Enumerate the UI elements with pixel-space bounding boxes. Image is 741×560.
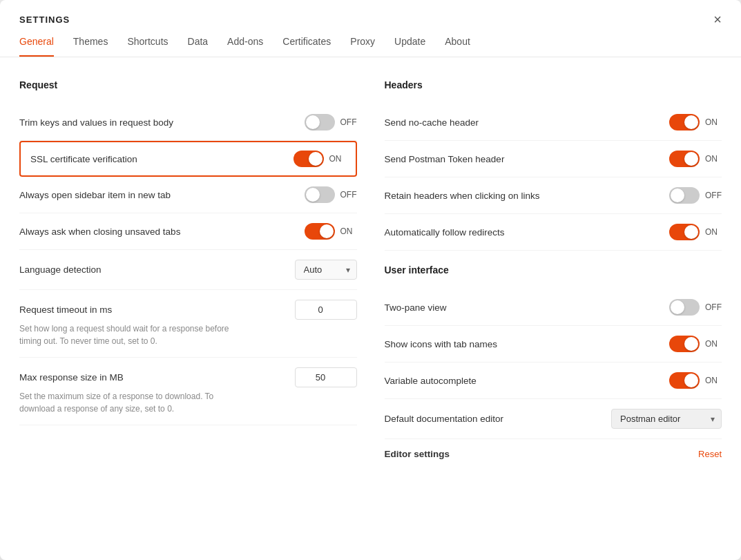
left-column: Request Trim keys and values in request … [19,79,357,541]
tabs-bar: General Themes Shortcuts Data Add-ons Ce… [19,36,722,57]
no-cache-label: Send no-cache header [385,117,479,128]
tab-update[interactable]: Update [394,36,425,57]
setting-timeout: Request timeout in ms Set how long a req… [19,290,357,358]
two-pane-control: OFF [669,299,722,316]
tab-proxy[interactable]: Proxy [350,36,375,57]
ssl-label: SSL certificate verification [30,154,137,164]
tab-about[interactable]: About [445,36,470,57]
postman-token-toggle[interactable] [669,151,700,167]
follow-redirects-label: Automatically follow redirects [385,227,505,238]
settings-modal: SETTINGS × General Themes Shortcuts Data… [0,0,741,560]
setting-ssl: SSL certificate verification ON [19,141,357,177]
follow-redirects-state: ON [705,227,722,237]
autocomplete-state: ON [705,376,722,385]
postman-token-state: ON [705,154,722,164]
show-icons-state: ON [705,339,722,349]
max-response-label: Max response size in MB [19,372,124,383]
setting-follow-redirects: Automatically follow redirects ON [385,214,722,251]
editor-settings-reset[interactable]: Reset [698,449,722,459]
modal-header: SETTINGS × General Themes Shortcuts Data… [0,0,741,57]
trim-keys-toggle[interactable] [305,114,335,131]
setting-trim-keys: Trim keys and values in request body OFF [19,104,357,141]
max-response-desc: Set the maximum size of a response to do… [19,390,240,415]
two-pane-state: OFF [705,302,722,312]
tab-shortcuts[interactable]: Shortcuts [127,36,168,57]
unsaved-tabs-state: ON [340,226,357,236]
two-pane-toggle[interactable] [669,299,700,316]
follow-redirects-control: ON [669,224,722,240]
ssl-toggle[interactable] [293,151,324,167]
setting-editor-settings: Editor settings Reset [385,439,722,469]
unsaved-tabs-toggle[interactable] [305,223,335,240]
setting-postman-token: Send Postman Token header ON [385,141,722,177]
right-column: Headers Send no-cache header ON Send Pos… [385,79,722,541]
unsaved-tabs-label: Always ask when closing unsaved tabs [19,226,180,237]
setting-autocomplete: Variable autocomplete ON [385,363,722,399]
doc-editor-select[interactable]: Postman editor Markdown editor [611,409,722,429]
language-select[interactable]: Auto English [295,260,357,280]
sidebar-new-tab-state: OFF [340,190,357,200]
tab-general[interactable]: General [19,36,54,57]
two-pane-label: Two-pane view [385,302,447,313]
timeout-header: Request timeout in ms [19,300,357,320]
setting-retain-headers: Retain headers when clicking on links OF… [385,177,722,214]
show-icons-toggle[interactable] [669,336,700,352]
show-icons-label: Show icons with tab names [385,339,498,349]
timeout-label: Request timeout in ms [19,305,112,315]
timeout-input[interactable] [295,300,357,320]
setting-max-response: Max response size in MB Set the maximum … [19,358,357,425]
setting-language: Language detection Auto English [19,250,357,290]
no-cache-state: ON [705,117,722,127]
setting-sidebar-new-tab: Always open sidebar item in new tab OFF [19,177,357,213]
trim-keys-control: OFF [305,114,357,131]
request-section-title: Request [19,79,357,90]
postman-token-label: Send Postman Token header [385,154,505,164]
unsaved-tabs-control: ON [305,223,357,240]
retain-headers-state: OFF [705,191,722,200]
sidebar-new-tab-label: Always open sidebar item in new tab [19,190,171,200]
modal-title: SETTINGS [19,15,70,35]
setting-two-pane: Two-pane view OFF [385,289,722,326]
max-response-header: Max response size in MB [19,367,357,387]
show-icons-control: ON [669,336,722,352]
autocomplete-toggle[interactable] [669,372,700,389]
doc-editor-select-wrapper: Postman editor Markdown editor [611,409,722,429]
max-response-input[interactable] [295,367,357,387]
tab-data[interactable]: Data [188,36,209,57]
headers-section-title: Headers [385,79,722,90]
trim-keys-state: OFF [340,117,357,127]
no-cache-toggle[interactable] [669,114,700,131]
close-button[interactable]: × [713,12,722,36]
language-label: Language detection [19,264,102,275]
postman-token-control: ON [669,151,722,167]
doc-editor-label: Default documentation editor [385,414,504,424]
tab-addons[interactable]: Add-ons [227,36,263,57]
setting-show-icons: Show icons with tab names ON [385,326,722,363]
setting-no-cache: Send no-cache header ON [385,104,722,141]
trim-keys-label: Trim keys and values in request body [19,117,173,128]
editor-settings-label: Editor settings [385,449,450,459]
ssl-state: ON [329,154,346,164]
ssl-control: ON [293,151,346,167]
sidebar-new-tab-control: OFF [305,186,357,203]
language-select-wrapper: Auto English [295,260,357,280]
modal-body: Request Trim keys and values in request … [0,57,741,560]
no-cache-control: ON [669,114,722,131]
sidebar-new-tab-toggle[interactable] [305,186,335,203]
ui-section-title: User interface [385,264,722,276]
follow-redirects-toggle[interactable] [669,224,700,240]
autocomplete-control: ON [669,372,722,389]
tab-certificates[interactable]: Certificates [282,36,331,57]
tab-themes[interactable]: Themes [73,36,108,57]
setting-unsaved-tabs: Always ask when closing unsaved tabs ON [19,213,357,250]
retain-headers-toggle[interactable] [669,187,700,204]
autocomplete-label: Variable autocomplete [385,376,477,386]
timeout-desc: Set how long a request should wait for a… [19,322,240,347]
setting-doc-editor: Default documentation editor Postman edi… [385,399,722,439]
retain-headers-label: Retain headers when clicking on links [385,191,540,201]
retain-headers-control: OFF [669,187,722,204]
